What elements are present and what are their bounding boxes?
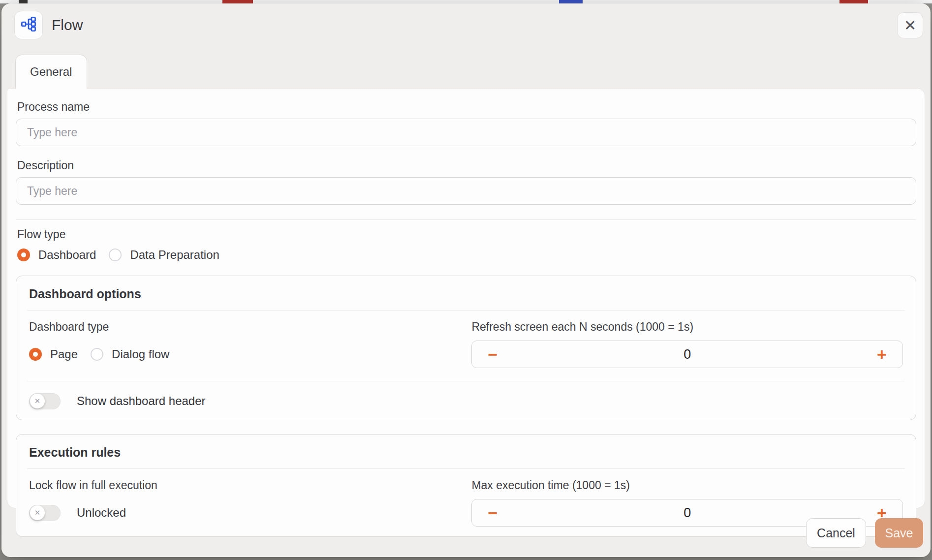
dialog-footer: Cancel Save [806, 518, 923, 548]
toggle-off-icon: ✕ [34, 508, 41, 517]
dashboard-options-card: Dashboard options Dashboard type Page Di… [16, 276, 916, 420]
cancel-button[interactable]: Cancel [806, 518, 866, 548]
general-tab-panel: Process name Description Flow type Dashb… [7, 88, 925, 508]
divider [27, 381, 905, 381]
toggle-knob: ✕ [30, 505, 45, 520]
lock-state-label: Unlocked [77, 506, 126, 520]
lock-toggle[interactable]: ✕ [29, 505, 61, 521]
tab-general-label: General [30, 65, 72, 79]
radio-dialog-flow-label[interactable]: Dialog flow [112, 347, 169, 361]
radio-dialog-flow[interactable] [91, 348, 103, 361]
backdrop-fragment [19, 0, 28, 3]
dashboard-options-title: Dashboard options [29, 287, 903, 301]
dashboard-type-label: Dashboard type [29, 320, 452, 334]
close-icon: ✕ [904, 18, 916, 33]
refresh-label: Refresh screen each N seconds (1000 = 1s… [471, 320, 903, 334]
lock-column: Lock flow in full execution ✕ Unlocked [29, 479, 452, 527]
minus-icon: − [488, 503, 497, 523]
lock-toggle-row: ✕ Unlocked [29, 499, 452, 527]
toggle-knob: ✕ [30, 394, 45, 408]
dashboard-type-radio-group: Page Dialog flow [29, 341, 452, 368]
process-name-label: Process name [17, 100, 915, 114]
radio-page[interactable] [29, 348, 42, 361]
max-time-decrement-button[interactable]: − [472, 499, 513, 526]
close-button[interactable]: ✕ [897, 12, 923, 38]
backdrop-fragment [222, 0, 253, 3]
description-label: Description [17, 159, 915, 172]
process-name-input[interactable] [16, 119, 916, 146]
refresh-stepper: − 0 + [471, 341, 903, 368]
dialog-title: Flow [52, 17, 83, 33]
divider [27, 310, 905, 311]
max-time-label: Max execution time (1000 = 1s) [471, 479, 903, 492]
divider [27, 468, 905, 469]
execution-rules-title: Execution rules [29, 445, 903, 460]
execution-rules-card: Execution rules Lock flow in full execut… [16, 434, 916, 537]
radio-data-preparation[interactable] [109, 249, 122, 261]
radio-data-preparation-label[interactable]: Data Preparation [130, 248, 219, 262]
backdrop-page-sliver [0, 0, 932, 3]
description-input[interactable] [16, 177, 916, 205]
tab-general[interactable]: General [15, 55, 87, 89]
toggle-off-icon: ✕ [34, 397, 41, 405]
backdrop-fragment [839, 0, 868, 3]
tab-bar: General [15, 55, 87, 89]
backdrop-fragment [559, 0, 583, 3]
show-dashboard-header-toggle[interactable]: ✕ [29, 393, 61, 409]
show-dashboard-header-row: ✕ Show dashboard header [29, 392, 903, 410]
dialog-header: Flow ✕ [1, 3, 931, 55]
lock-flow-label: Lock flow in full execution [29, 479, 452, 492]
flow-icon [20, 16, 37, 34]
flow-type-label: Flow type [17, 228, 915, 241]
radio-page-label[interactable]: Page [50, 347, 78, 361]
refresh-decrement-button[interactable]: − [472, 341, 513, 368]
radio-dashboard-label[interactable]: Dashboard [38, 248, 96, 262]
save-button[interactable]: Save [875, 518, 923, 548]
refresh-value[interactable]: 0 [513, 347, 861, 362]
flow-dialog: Flow ✕ General Process name Description … [1, 3, 931, 557]
flow-type-radio-group: Dashboard Data Preparation [17, 248, 915, 262]
radio-dashboard[interactable] [17, 249, 30, 261]
flow-icon-box [14, 11, 43, 39]
dashboard-type-column: Dashboard type Page Dialog flow [29, 320, 452, 368]
show-dashboard-header-label: Show dashboard header [77, 394, 206, 408]
refresh-column: Refresh screen each N seconds (1000 = 1s… [471, 320, 903, 368]
minus-icon: − [488, 345, 497, 364]
plus-icon: + [877, 345, 887, 364]
refresh-increment-button[interactable]: + [861, 341, 902, 368]
divider [16, 219, 916, 220]
